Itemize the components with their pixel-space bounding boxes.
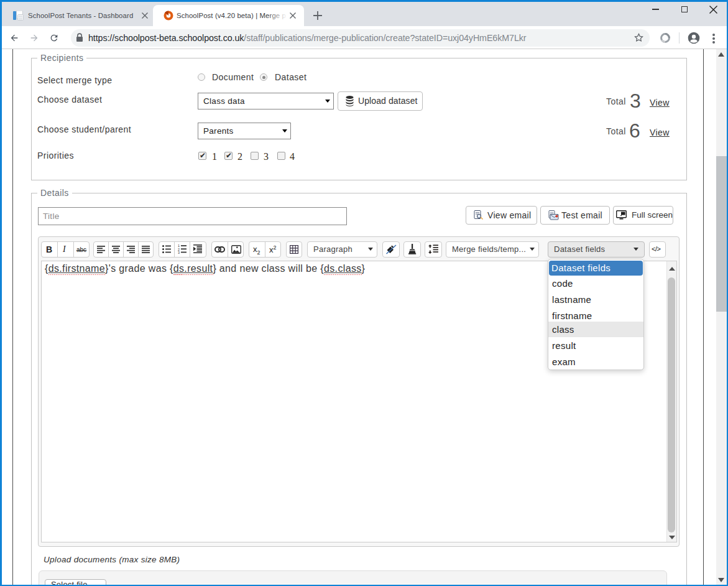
svg-text:3: 3 xyxy=(178,251,180,254)
